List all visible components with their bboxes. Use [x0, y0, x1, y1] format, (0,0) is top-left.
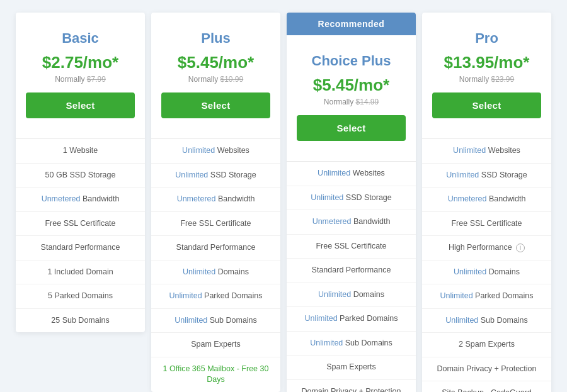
feature-item: Unlimited Parked Domains	[422, 284, 551, 309]
highlight-text: Unlimited	[183, 267, 215, 276]
feature-item: Free SSL Certificate	[151, 212, 280, 237]
feature-item: Site Backup - CodeGuard Basic	[422, 381, 551, 392]
feature-item: High Performance i	[422, 236, 551, 260]
feature-item: Unlimited Websites	[422, 139, 551, 164]
plan-name-choice-plus: Choice Plus	[297, 53, 406, 69]
feature-item: Unlimited Websites	[287, 162, 416, 186]
feature-item: 1 Office 365 Mailbox - Free 30 Days	[151, 357, 280, 392]
info-icon[interactable]: i	[516, 244, 525, 252]
feature-item: Unlimited SSD Storage	[422, 164, 551, 188]
highlight-text: Unlimited	[169, 291, 202, 300]
highlight-text: Unlimited	[318, 169, 350, 177]
plan-header-choice-plus: Choice Plus $5.45/mo* Normally $14.99 Se…	[287, 35, 416, 151]
select-button-pro[interactable]: Select	[432, 92, 541, 118]
plan-card-pro: Pro $13.95/mo* Normally $23.99 Select Un…	[422, 13, 551, 392]
plan-header-pro: Pro $13.95/mo* Normally $23.99 Select	[422, 13, 551, 128]
highlight-text: Unlimited	[454, 267, 486, 276]
plan-card-choice-plus: Recommended Choice Plus $5.45/mo* Normal…	[287, 13, 416, 392]
highlight-text: Unmetered	[448, 194, 487, 203]
plan-card-basic: Basic $2.75/mo* Normally $7.99 Select 1 …	[16, 13, 145, 332]
feature-item: Unlimited Sub Domains	[287, 332, 416, 356]
feature-item: Domain Privacy + Protection	[422, 357, 551, 382]
feature-item: Domain Privacy + Protection	[287, 380, 416, 393]
highlight-text: Unmetered	[177, 194, 216, 203]
feature-item: Unlimited Sub Domains	[151, 309, 280, 333]
features-list-choice-plus: Unlimited WebsitesUnlimited SSD StorageU…	[287, 161, 416, 392]
highlight-text: Unlimited	[318, 290, 351, 299]
feature-item: Spam Experts	[287, 356, 416, 380]
features-list-pro: Unlimited WebsitesUnlimited SSD StorageU…	[422, 138, 551, 392]
feature-item: Unlimited Sub Domains	[422, 309, 551, 333]
feature-item: Unmetered Bandwidth	[287, 210, 416, 235]
highlight-green: 1 Office 365 Mailbox - Free 30 Days	[163, 364, 269, 384]
select-button-basic[interactable]: Select	[26, 92, 135, 118]
plan-price-plus: $5.45/mo*	[161, 53, 270, 72]
feature-item: Spam Experts	[151, 333, 280, 357]
plan-normal-price-plus: Normally $10.99	[161, 75, 270, 84]
highlight-text: Unlimited	[310, 339, 343, 347]
recommended-badge: Recommended	[287, 13, 416, 35]
plan-price-choice-plus: $5.45/mo*	[297, 76, 406, 95]
feature-item: Free SSL Certificate	[422, 212, 551, 237]
plan-header-plus: Plus $5.45/mo* Normally $10.99 Select	[151, 13, 280, 128]
plan-normal-price-pro: Normally $23.99	[432, 75, 541, 84]
feature-item: Unlimited SSD Storage	[287, 186, 416, 211]
select-button-plus[interactable]: Select	[161, 92, 270, 118]
select-button-choice-plus[interactable]: Select	[297, 115, 406, 141]
plan-normal-price-choice-plus: Normally $14.99	[297, 98, 406, 106]
features-list-basic: 1 Website50 GB SSD StorageUnmetered Band…	[16, 138, 145, 332]
highlight-text: Unlimited	[305, 314, 338, 323]
feature-item: Unlimited Parked Domains	[151, 284, 280, 309]
feature-item: Unlimited Domains	[422, 260, 551, 285]
feature-item: Unlimited Websites	[151, 139, 280, 164]
plan-name-pro: Pro	[432, 30, 541, 47]
feature-item: Unlimited Parked Domains	[287, 307, 416, 332]
feature-item: Unlimited Domains	[151, 260, 280, 285]
highlight-text: Unlimited	[311, 193, 343, 202]
feature-item: 25 Sub Domains	[16, 309, 145, 333]
highlight-text: Unlimited	[440, 291, 473, 300]
feature-item: Unmetered Bandwidth	[151, 188, 280, 212]
plan-normal-price-basic: Normally $7.99	[26, 75, 135, 84]
highlight-text: Unmetered	[312, 217, 352, 226]
plan-card-plus: Plus $5.45/mo* Normally $10.99 Select Un…	[151, 13, 280, 392]
highlight-text: Unmetered	[42, 194, 81, 203]
feature-item: Free SSL Certificate	[287, 235, 416, 259]
feature-item: Standard Performance	[16, 236, 145, 260]
highlight-text: Unlimited	[446, 171, 479, 179]
feature-item: Unmetered Bandwidth	[16, 188, 145, 212]
feature-item: Unmetered Bandwidth	[422, 188, 551, 212]
feature-item: Standard Performance	[287, 259, 416, 283]
features-list-plus: Unlimited WebsitesUnlimited SSD StorageU…	[151, 138, 280, 392]
feature-item: 5 Parked Domains	[16, 284, 145, 309]
feature-item: Free SSL Certificate	[16, 212, 145, 237]
plan-price-pro: $13.95/mo*	[432, 53, 541, 72]
feature-item: 2 Spam Experts	[422, 333, 551, 357]
highlight-text: Unlimited	[175, 171, 208, 179]
feature-item: 50 GB SSD Storage	[16, 164, 145, 188]
pricing-container: Basic $2.75/mo* Normally $7.99 Select 1 …	[13, 13, 554, 392]
highlight-text: Unlimited	[182, 146, 215, 155]
feature-item: Unlimited Domains	[287, 283, 416, 308]
plan-header-basic: Basic $2.75/mo* Normally $7.99 Select	[16, 13, 145, 128]
highlight-text: Unlimited	[453, 146, 486, 155]
plan-price-basic: $2.75/mo*	[26, 53, 135, 72]
plan-name-basic: Basic	[26, 30, 135, 47]
feature-item: 1 Included Domain	[16, 260, 145, 285]
highlight-text: Unlimited	[175, 316, 207, 325]
highlight-text: Unlimited	[445, 316, 478, 325]
feature-item: Unlimited SSD Storage	[151, 164, 280, 188]
feature-item: Standard Performance	[151, 236, 280, 260]
feature-item: 1 Website	[16, 139, 145, 164]
plan-name-plus: Plus	[161, 30, 270, 47]
